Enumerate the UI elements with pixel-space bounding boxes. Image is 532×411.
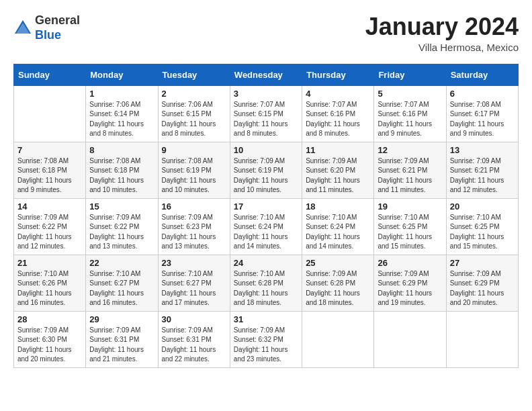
day-detail: Sunrise: 7:10 AMSunset: 6:24 PMDaylight:…	[234, 213, 298, 252]
day-number: 18	[306, 201, 370, 212]
calendar-cell: 12Sunrise: 7:09 AMSunset: 6:21 PMDayligh…	[374, 142, 446, 198]
week-row-4: 21Sunrise: 7:10 AMSunset: 6:26 PMDayligh…	[14, 255, 519, 311]
day-detail: Sunrise: 7:10 AMSunset: 6:28 PMDaylight:…	[234, 269, 298, 308]
day-number: 29	[89, 314, 154, 324]
calendar-cell: 5Sunrise: 7:07 AMSunset: 6:16 PMDaylight…	[374, 85, 446, 142]
calendar-cell: 7Sunrise: 7:08 AMSunset: 6:18 PMDaylight…	[14, 142, 86, 198]
day-detail: Sunrise: 7:06 AMSunset: 6:15 PMDaylight:…	[162, 100, 226, 139]
day-detail: Sunrise: 7:09 AMSunset: 6:22 PMDaylight:…	[17, 213, 82, 252]
logo-icon	[13, 19, 32, 38]
day-number: 13	[450, 145, 515, 155]
day-number: 30	[162, 314, 226, 324]
calendar-cell: 24Sunrise: 7:10 AMSunset: 6:28 PMDayligh…	[230, 255, 302, 311]
weekday-header-thursday: Thursday	[302, 64, 374, 85]
day-detail: Sunrise: 7:09 AMSunset: 6:29 PMDaylight:…	[450, 269, 515, 308]
week-row-2: 7Sunrise: 7:08 AMSunset: 6:18 PMDaylight…	[14, 142, 519, 198]
calendar-cell	[302, 311, 374, 367]
day-detail: Sunrise: 7:09 AMSunset: 6:28 PMDaylight:…	[306, 269, 370, 308]
day-detail: Sunrise: 7:10 AMSunset: 6:26 PMDaylight:…	[17, 269, 82, 308]
calendar-cell: 27Sunrise: 7:09 AMSunset: 6:29 PMDayligh…	[446, 255, 518, 311]
day-detail: Sunrise: 7:08 AMSunset: 6:18 PMDaylight:…	[17, 156, 82, 195]
day-detail: Sunrise: 7:08 AMSunset: 6:17 PMDaylight:…	[450, 100, 515, 139]
day-detail: Sunrise: 7:09 AMSunset: 6:31 PMDaylight:…	[89, 326, 154, 365]
day-detail: Sunrise: 7:09 AMSunset: 6:29 PMDaylight:…	[378, 269, 442, 308]
calendar-cell	[14, 85, 86, 142]
day-detail: Sunrise: 7:09 AMSunset: 6:21 PMDaylight:…	[450, 156, 515, 195]
day-detail: Sunrise: 7:06 AMSunset: 6:14 PMDaylight:…	[89, 100, 154, 139]
calendar-title: January 2024	[365, 13, 519, 40]
calendar-cell: 31Sunrise: 7:09 AMSunset: 6:32 PMDayligh…	[230, 311, 302, 367]
calendar-table: SundayMondayTuesdayWednesdayThursdayFrid…	[13, 64, 519, 368]
day-detail: Sunrise: 7:09 AMSunset: 6:22 PMDaylight:…	[89, 213, 154, 252]
calendar-cell: 4Sunrise: 7:07 AMSunset: 6:16 PMDaylight…	[302, 85, 374, 142]
day-detail: Sunrise: 7:09 AMSunset: 6:31 PMDaylight:…	[162, 326, 226, 365]
day-detail: Sunrise: 7:09 AMSunset: 6:30 PMDaylight:…	[17, 326, 82, 365]
day-detail: Sunrise: 7:09 AMSunset: 6:20 PMDaylight:…	[306, 156, 370, 195]
day-number: 27	[450, 258, 515, 268]
day-number: 19	[378, 201, 442, 212]
day-number: 15	[89, 201, 154, 212]
day-detail: Sunrise: 7:10 AMSunset: 6:24 PMDaylight:…	[306, 213, 370, 252]
calendar-cell: 3Sunrise: 7:07 AMSunset: 6:15 PMDaylight…	[230, 85, 302, 142]
day-number: 5	[378, 89, 442, 99]
calendar-cell: 20Sunrise: 7:10 AMSunset: 6:25 PMDayligh…	[446, 198, 518, 255]
week-row-3: 14Sunrise: 7:09 AMSunset: 6:22 PMDayligh…	[14, 198, 519, 255]
calendar-cell: 19Sunrise: 7:10 AMSunset: 6:25 PMDayligh…	[374, 198, 446, 255]
day-number: 25	[306, 258, 370, 268]
day-number: 3	[234, 89, 298, 99]
day-number: 23	[162, 258, 226, 268]
day-number: 4	[306, 89, 370, 99]
calendar-cell: 26Sunrise: 7:09 AMSunset: 6:29 PMDayligh…	[374, 255, 446, 311]
calendar-cell: 1Sunrise: 7:06 AMSunset: 6:14 PMDaylight…	[86, 85, 158, 142]
weekday-header-saturday: Saturday	[446, 64, 518, 85]
day-number: 26	[378, 258, 442, 268]
day-number: 14	[17, 201, 82, 212]
day-number: 11	[306, 145, 370, 155]
day-detail: Sunrise: 7:09 AMSunset: 6:19 PMDaylight:…	[234, 156, 298, 195]
weekday-header-row: SundayMondayTuesdayWednesdayThursdayFrid…	[14, 64, 519, 85]
day-number: 8	[89, 145, 154, 155]
calendar-cell: 16Sunrise: 7:09 AMSunset: 6:23 PMDayligh…	[158, 198, 230, 255]
calendar-cell: 15Sunrise: 7:09 AMSunset: 6:22 PMDayligh…	[86, 198, 158, 255]
day-number: 9	[162, 145, 226, 155]
calendar-cell: 17Sunrise: 7:10 AMSunset: 6:24 PMDayligh…	[230, 198, 302, 255]
calendar-cell: 23Sunrise: 7:10 AMSunset: 6:27 PMDayligh…	[158, 255, 230, 311]
day-number: 28	[17, 314, 82, 324]
day-number: 22	[89, 258, 154, 268]
day-number: 12	[378, 145, 442, 155]
calendar-cell: 9Sunrise: 7:08 AMSunset: 6:19 PMDaylight…	[158, 142, 230, 198]
day-number: 20	[450, 201, 515, 212]
day-number: 31	[234, 314, 298, 324]
week-row-5: 28Sunrise: 7:09 AMSunset: 6:30 PMDayligh…	[14, 311, 519, 367]
title-block: January 2024 Villa Hermosa, Mexico	[365, 13, 519, 53]
day-number: 1	[89, 89, 154, 99]
calendar-cell: 6Sunrise: 7:08 AMSunset: 6:17 PMDaylight…	[446, 85, 518, 142]
calendar-cell: 25Sunrise: 7:09 AMSunset: 6:28 PMDayligh…	[302, 255, 374, 311]
day-detail: Sunrise: 7:10 AMSunset: 6:25 PMDaylight:…	[450, 213, 515, 252]
calendar-cell	[374, 311, 446, 367]
calendar-cell	[446, 311, 518, 367]
day-number: 7	[17, 145, 82, 155]
day-detail: Sunrise: 7:09 AMSunset: 6:32 PMDaylight:…	[234, 326, 298, 365]
day-detail: Sunrise: 7:07 AMSunset: 6:16 PMDaylight:…	[378, 100, 442, 139]
day-number: 2	[162, 89, 226, 99]
day-number: 24	[234, 258, 298, 268]
calendar-cell: 8Sunrise: 7:08 AMSunset: 6:18 PMDaylight…	[86, 142, 158, 198]
calendar-cell: 13Sunrise: 7:09 AMSunset: 6:21 PMDayligh…	[446, 142, 518, 198]
day-detail: Sunrise: 7:07 AMSunset: 6:15 PMDaylight:…	[234, 100, 298, 139]
logo-blue-text: Blue	[35, 28, 61, 42]
day-detail: Sunrise: 7:07 AMSunset: 6:16 PMDaylight:…	[306, 100, 370, 139]
weekday-header-sunday: Sunday	[14, 64, 86, 85]
day-detail: Sunrise: 7:09 AMSunset: 6:21 PMDaylight:…	[378, 156, 442, 195]
calendar-cell: 10Sunrise: 7:09 AMSunset: 6:19 PMDayligh…	[230, 142, 302, 198]
week-row-1: 1Sunrise: 7:06 AMSunset: 6:14 PMDaylight…	[14, 85, 519, 142]
day-number: 16	[162, 201, 226, 212]
day-number: 21	[17, 258, 82, 268]
day-detail: Sunrise: 7:10 AMSunset: 6:25 PMDaylight:…	[378, 213, 442, 252]
logo-general-text: General	[35, 13, 80, 27]
calendar-cell: 29Sunrise: 7:09 AMSunset: 6:31 PMDayligh…	[86, 311, 158, 367]
weekday-header-tuesday: Tuesday	[158, 64, 230, 85]
day-number: 6	[450, 89, 515, 99]
weekday-header-wednesday: Wednesday	[230, 64, 302, 85]
day-detail: Sunrise: 7:08 AMSunset: 6:19 PMDaylight:…	[162, 156, 226, 195]
